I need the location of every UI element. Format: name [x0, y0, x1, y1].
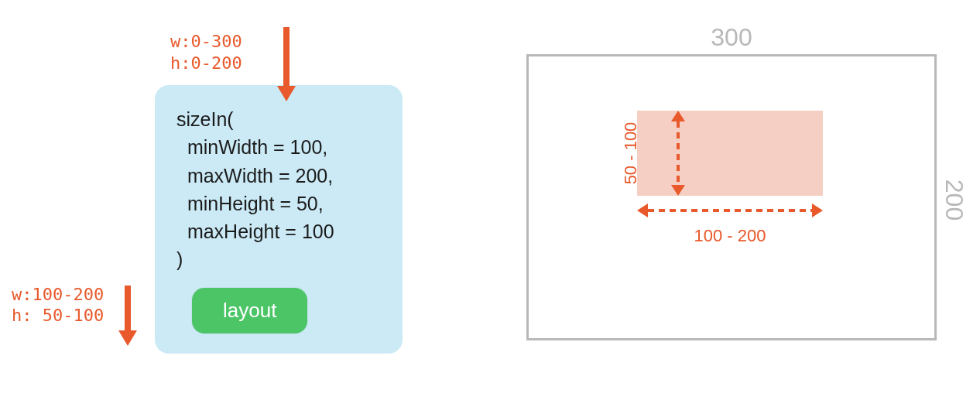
- horizontal-dimension: 100 - 200: [637, 200, 823, 246]
- incoming-constraints-label: w:0-300 h:0-200: [170, 31, 242, 74]
- outgoing-width-text: w:100-200: [12, 284, 104, 306]
- horizontal-dashed-arrow-icon: [637, 200, 823, 221]
- vertical-dashed-arrow-icon: [667, 111, 689, 196]
- sizein-code-card: sizeIn( minWidth = 100, maxWidth = 200, …: [155, 85, 403, 354]
- diagram-section: 300 200 50 - 100: [526, 23, 937, 340]
- vertical-range-text: 50 - 100: [621, 122, 641, 185]
- outer-height-text: 200: [940, 179, 968, 220]
- arrow-down-outgoing-icon: [116, 286, 139, 346]
- outgoing-constraints-label: w:100-200 h: 50-100: [12, 284, 104, 327]
- outer-height-label: 200: [934, 56, 975, 343]
- layout-child-label: layout: [223, 299, 276, 322]
- outer-constraint-box: 200 50 - 100: [526, 54, 937, 340]
- svg-marker-7: [637, 204, 648, 217]
- incoming-width-text: w:0-300: [170, 31, 242, 53]
- outer-width-label: 300: [526, 23, 937, 52]
- sizein-code-text: sizeIn( minWidth = 100, maxWidth = 200, …: [176, 105, 381, 274]
- svg-marker-3: [118, 330, 137, 346]
- vertical-dimension: 50 - 100: [600, 111, 689, 196]
- code-section: w:0-300 h:0-200 sizeIn( minWidth = 100, …: [93, 23, 403, 354]
- horizontal-range-text: 100 - 200: [637, 226, 823, 246]
- layout-child-button: layout: [192, 288, 307, 333]
- outgoing-height-text: h: 50-100: [12, 305, 104, 327]
- svg-marker-6: [671, 185, 685, 196]
- svg-marker-4: [671, 111, 685, 121]
- arrow-down-incoming-icon: [275, 27, 298, 101]
- incoming-height-text: h:0-200: [170, 53, 242, 74]
- svg-marker-9: [812, 204, 823, 217]
- svg-marker-1: [277, 86, 296, 101]
